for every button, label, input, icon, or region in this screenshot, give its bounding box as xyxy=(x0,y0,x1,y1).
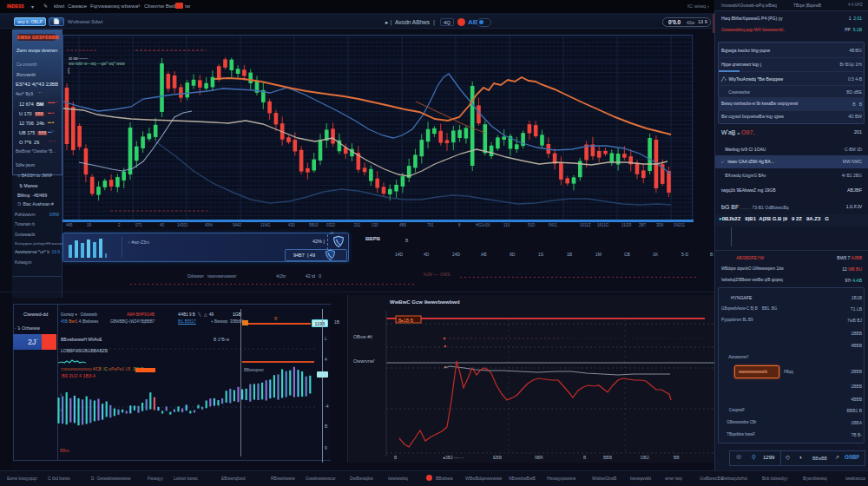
svg-text:st·tw·——: st·tw·—— xyxy=(69,56,88,61)
svg-text:{: { xyxy=(68,67,70,74)
svg-text:ww·twbr·w—wq·—qw* wq* www: ww·twbr·w—wq·—qw* wq* www xyxy=(69,62,126,66)
svg-text:B▸1B·B: B▸1B·B xyxy=(398,318,414,323)
